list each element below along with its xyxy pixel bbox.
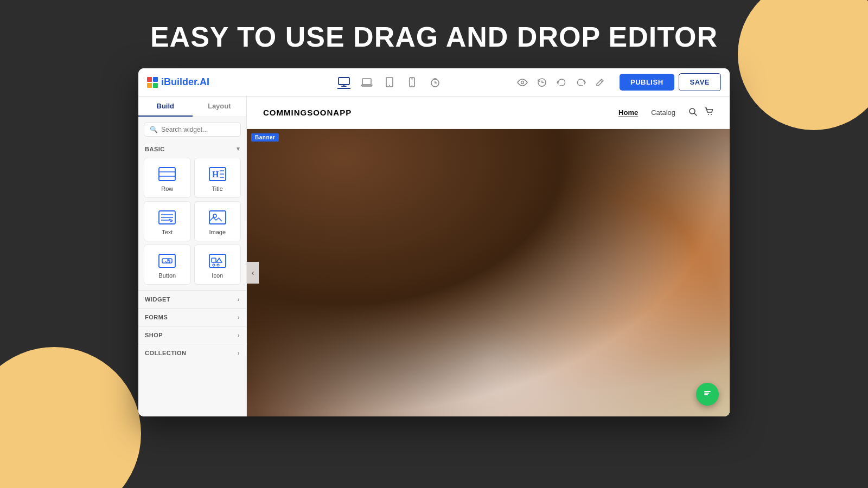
widget-title-label: Title [212, 185, 223, 192]
undo-icon[interactable] [556, 76, 567, 88]
logo-sq-yellow [147, 83, 152, 88]
section-shop-label: SHOP [145, 332, 163, 338]
svg-point-31 [213, 214, 216, 217]
redo-icon[interactable] [575, 76, 587, 88]
widget-text-label: Text [162, 229, 173, 235]
tab-build[interactable]: Build [138, 97, 193, 117]
sidebar: Build Layout 🔍 BASIC ▾ [138, 97, 247, 416]
action-icons-group [516, 76, 607, 88]
editor-body: Build Layout 🔍 BASIC ▾ [138, 97, 730, 416]
device-laptop-icon[interactable] [360, 76, 373, 89]
svg-point-40 [708, 114, 709, 115]
widget-row[interactable]: Row [144, 158, 191, 198]
history-icon[interactable] [536, 76, 548, 88]
svg-point-7 [412, 85, 413, 86]
chat-icon [701, 387, 713, 402]
logo-sq-red [147, 77, 152, 82]
widget-button-label: Button [158, 272, 176, 279]
svg-rect-3 [362, 79, 371, 85]
svg-rect-33 [162, 259, 172, 263]
device-timer-icon[interactable] [429, 76, 442, 89]
logo-ai: AI [200, 76, 209, 87]
logo-sq-green [153, 83, 158, 88]
device-desktop-icon[interactable] [337, 76, 350, 89]
widget-title[interactable]: H Title [194, 158, 241, 198]
cart-nav-icon[interactable] [705, 107, 713, 118]
svg-point-37 [217, 264, 219, 266]
svg-rect-32 [159, 254, 175, 267]
svg-point-5 [389, 85, 390, 86]
widget-row-icon [158, 167, 176, 181]
search-icon: 🔍 [150, 126, 158, 133]
banner-label: Banner [251, 133, 279, 142]
widget-icon-icon [209, 254, 226, 268]
device-icons-group [337, 76, 442, 89]
svg-line-16 [601, 80, 602, 82]
svg-text:H: H [212, 170, 219, 179]
svg-point-36 [213, 264, 215, 266]
section-widget-label: WIDGET [145, 296, 170, 303]
banner-area: Banner ‹ [247, 129, 730, 416]
search-input[interactable] [161, 126, 235, 133]
widget-button[interactable]: Button [144, 245, 191, 285]
device-tablet-icon[interactable] [383, 76, 396, 89]
section-basic-header[interactable]: BASIC ▾ [138, 141, 246, 156]
widget-image[interactable]: Image [194, 201, 241, 241]
logo-sq-blue [153, 77, 158, 82]
page-heading: EASY TO USE DRAG AND DROP EDITOR [0, 0, 868, 68]
widget-text[interactable]: Text [144, 201, 191, 241]
browser-window: iBuilder.AI [138, 68, 730, 416]
edit-icon[interactable] [595, 76, 607, 88]
preview-site-logo: COMMINGSOONAPP [263, 108, 352, 117]
section-collection-label: COLLECTION [145, 350, 187, 356]
widget-text-icon [158, 210, 176, 224]
section-widget-chevron: › [238, 296, 240, 303]
widget-image-label: Image [209, 229, 226, 235]
widget-grid: Row H Title [138, 156, 246, 290]
section-forms-row[interactable]: FORMS › [138, 308, 246, 326]
svg-rect-30 [209, 211, 226, 224]
logo-squares [147, 77, 158, 88]
toolbar: iBuilder.AI [138, 68, 730, 97]
section-collection-chevron: › [238, 350, 240, 356]
widget-row-label: Row [161, 185, 173, 192]
preview-nav-icons [688, 107, 713, 118]
svg-rect-0 [339, 78, 349, 85]
preview-site-header: COMMINGSOONAPP Home Catalog [247, 97, 730, 129]
tab-layout[interactable]: Layout [193, 97, 247, 117]
widget-button-icon [158, 254, 176, 268]
save-button[interactable]: SAVE [679, 73, 721, 91]
device-mobile-icon[interactable] [406, 76, 419, 89]
svg-rect-35 [212, 258, 216, 262]
preview-icon[interactable] [516, 76, 528, 88]
svg-rect-17 [159, 168, 175, 181]
banner-image [247, 129, 730, 416]
canvas-area: COMMINGSOONAPP Home Catalog [247, 97, 730, 416]
publish-button[interactable]: PUBLISH [620, 74, 674, 91]
widget-search-container: 🔍 [144, 123, 241, 137]
section-collection-row[interactable]: COLLECTION › [138, 344, 246, 362]
logo-ibuilder: iBuilder. [161, 76, 200, 87]
svg-point-41 [711, 114, 712, 115]
sidebar-tabs: Build Layout [138, 97, 246, 117]
bg-decoration-bottom-left [0, 347, 141, 488]
svg-line-39 [694, 113, 697, 115]
chat-bubble[interactable] [696, 383, 719, 406]
widget-image-icon [209, 210, 226, 224]
widget-icon-item[interactable]: Icon [194, 245, 241, 285]
widget-icon-label: Icon [212, 272, 223, 279]
banner-prev-arrow[interactable]: ‹ [247, 262, 259, 284]
preview-nav-catalog[interactable]: Catalog [651, 108, 675, 117]
section-forms-chevron: › [238, 314, 240, 320]
section-basic-label: BASIC [145, 146, 165, 152]
preview-nav: Home Catalog [618, 108, 675, 117]
section-widget-row[interactable]: WIDGET › [138, 290, 246, 308]
section-shop-row[interactable]: SHOP › [138, 326, 246, 344]
svg-point-13 [521, 81, 524, 84]
logo-text: iBuilder.AI [161, 76, 209, 88]
section-basic-chevron: ▾ [237, 145, 240, 152]
section-shop-chevron: › [238, 332, 240, 338]
logo: iBuilder.AI [147, 76, 209, 88]
preview-nav-home[interactable]: Home [618, 108, 638, 117]
search-nav-icon[interactable] [688, 107, 697, 118]
